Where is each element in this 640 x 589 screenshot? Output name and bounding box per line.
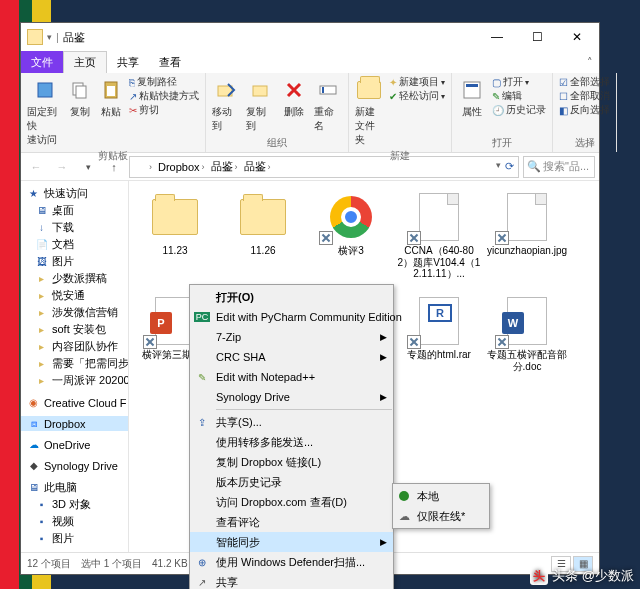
- sidebar-synology[interactable]: ◆Synology Drive: [21, 458, 128, 473]
- menu-label: 版本历史记录: [216, 475, 282, 490]
- sidebar-item[interactable]: ▸少数派撰稿: [21, 270, 128, 287]
- cut-button[interactable]: ✂剪切: [127, 103, 201, 117]
- invertsel-button[interactable]: ◧反向选择: [557, 103, 612, 117]
- crumb-dropbox[interactable]: Dropbox›: [155, 161, 208, 173]
- sidebar-item[interactable]: ▸一周派评 20200: [21, 372, 128, 389]
- newitem-button[interactable]: ✦新建项目▾: [387, 75, 447, 89]
- submenu-item[interactable]: ☁仅限在线*: [393, 506, 489, 526]
- menu-label: CRC SHA: [216, 351, 266, 363]
- sidebar-item-label: 图片: [52, 254, 74, 269]
- tab-home[interactable]: 主页: [63, 51, 107, 73]
- item-icon: 🖼: [35, 255, 48, 268]
- tab-view[interactable]: 查看: [149, 51, 191, 73]
- search-placeholder: 搜索"品...: [543, 159, 589, 174]
- menu-item[interactable]: ↗共享: [190, 572, 393, 589]
- submenu-item[interactable]: 本地: [393, 486, 489, 506]
- menu-item[interactable]: PCEdit with PyCharm Community Edition: [190, 307, 393, 327]
- sidebar-item[interactable]: ▸内容团队协作: [21, 338, 128, 355]
- nav-back-button[interactable]: ←: [25, 156, 47, 178]
- file-thumb: [323, 191, 379, 243]
- pin-quickaccess-button[interactable]: 固定到快 速访问: [25, 75, 64, 148]
- sidebar-item[interactable]: 📄文档: [21, 236, 128, 253]
- file-item[interactable]: W专题五横评配音部分.doc: [483, 291, 571, 395]
- open-button[interactable]: ▢打开▾: [490, 75, 548, 89]
- tab-share[interactable]: 共享: [107, 51, 149, 73]
- menu-item[interactable]: 访问 Dropbox.com 查看(D): [190, 492, 393, 512]
- selectnone-button[interactable]: ☐全部取消: [557, 89, 612, 103]
- nav-up-button[interactable]: ↑: [103, 156, 125, 178]
- paste-shortcut-button[interactable]: ↗粘贴快捷方式: [127, 89, 201, 103]
- file-item[interactable]: 11.26: [219, 187, 307, 291]
- ribbon-collapse-button[interactable]: ˄: [581, 51, 599, 73]
- toutiao-icon: 头: [530, 567, 548, 585]
- qat-dropdown-icon[interactable]: ▾: [47, 32, 52, 42]
- sidebar-item[interactable]: ↓下载: [21, 219, 128, 236]
- menu-item[interactable]: 复制 Dropbox 链接(L): [190, 452, 393, 472]
- sidebar-dropbox[interactable]: ⧈Dropbox: [21, 416, 128, 431]
- sidebar-item[interactable]: 🖼图片: [21, 253, 128, 270]
- properties-button[interactable]: 属性: [456, 75, 488, 120]
- menu-label: 智能同步: [216, 535, 260, 550]
- rename-button[interactable]: 重命名: [312, 75, 344, 134]
- sidebar: ★快速访问 🖥桌面↓下载📄文档🖼图片▸少数派撰稿▸悦安通▸涉发微信营销▸soft…: [21, 181, 129, 552]
- menu-item[interactable]: 版本历史记录: [190, 472, 393, 492]
- menu-item[interactable]: 查看评论: [190, 512, 393, 532]
- file-item[interactable]: yicunzhaopian.jpg: [483, 187, 571, 291]
- sidebar-item[interactable]: ▸悦安通: [21, 287, 128, 304]
- paste-button[interactable]: 粘贴: [97, 75, 126, 120]
- address-dropdown-icon[interactable]: ▾: [496, 160, 501, 173]
- crumb-level2[interactable]: 品鉴›: [241, 159, 274, 174]
- dropbox-icon: ⧈: [27, 417, 40, 430]
- ribbon-group-open: 属性 ▢打开▾ ✎编辑 🕘历史记录 打开: [452, 73, 553, 152]
- sidebar-onedrive[interactable]: ☁OneDrive: [21, 437, 128, 452]
- minimize-button[interactable]: —: [477, 23, 517, 51]
- menu-item[interactable]: Synology Drive▶: [190, 387, 393, 407]
- nav-recent-button[interactable]: ▾: [77, 156, 99, 178]
- file-item[interactable]: 11.23: [131, 187, 219, 291]
- edit-button[interactable]: ✎编辑: [490, 89, 548, 103]
- sidebar-item[interactable]: ▸soft 安装包: [21, 321, 128, 338]
- menu-item[interactable]: 7-Zip▶: [190, 327, 393, 347]
- menu-item[interactable]: 打开(O): [190, 287, 393, 307]
- delete-button[interactable]: 删除: [279, 75, 310, 120]
- file-item[interactable]: 横评3: [307, 187, 395, 291]
- sidebar-quickaccess[interactable]: ★快速访问: [21, 185, 128, 202]
- sidebar-item[interactable]: ▪图片: [21, 530, 128, 547]
- menu-item[interactable]: CRC SHA▶: [190, 347, 393, 367]
- moveto-button[interactable]: 移动到: [210, 75, 242, 134]
- copy-button[interactable]: 复制: [66, 75, 95, 120]
- menu-item[interactable]: ⊕使用 Windows Defender扫描...: [190, 552, 393, 572]
- newfolder-button[interactable]: 新建 文件夹: [353, 75, 385, 148]
- breadcrumb[interactable]: › Dropbox› 品鉴› 品鉴› ▾ ⟳: [129, 156, 519, 178]
- sidebar-item[interactable]: 🖥桌面: [21, 202, 128, 219]
- maximize-button[interactable]: ☐: [517, 23, 557, 51]
- menu-item[interactable]: 智能同步▶: [190, 532, 393, 552]
- file-item[interactable]: R专题的html.rar: [395, 291, 483, 395]
- copy-path-button[interactable]: ⎘复制路径: [127, 75, 201, 89]
- item-icon: 🖥: [35, 204, 48, 217]
- nav-forward-button[interactable]: →: [51, 156, 73, 178]
- crumb-level1[interactable]: 品鉴›: [208, 159, 241, 174]
- item-icon: ↓: [35, 221, 48, 234]
- item-icon: ▸: [35, 272, 48, 285]
- menu-item[interactable]: 使用转移多能发送...: [190, 432, 393, 452]
- sidebar-creativecloud[interactable]: ◉Creative Cloud F: [21, 395, 128, 410]
- easyaccess-button[interactable]: ✔轻松访问▾: [387, 89, 447, 103]
- sidebar-item[interactable]: ▸涉发微信营销: [21, 304, 128, 321]
- copyto-button[interactable]: 复制到: [244, 75, 276, 134]
- tab-file[interactable]: 文件: [21, 51, 63, 73]
- sidebar-item[interactable]: ▪视频: [21, 513, 128, 530]
- close-button[interactable]: ✕: [557, 23, 597, 51]
- menu-item[interactable]: ✎Edit with Notepad++: [190, 367, 393, 387]
- sidebar-thispc[interactable]: 🖥此电脑: [21, 479, 128, 496]
- file-item[interactable]: CCNA（640-802）题库V104.4（12.11.11）...: [395, 187, 483, 291]
- selectall-button[interactable]: ☑全部选择: [557, 75, 612, 89]
- menu-item[interactable]: ⇪共享(S)...: [190, 412, 393, 432]
- submenu-label: 本地: [417, 489, 439, 504]
- sidebar-item[interactable]: ▸需要「把需同步: [21, 355, 128, 372]
- search-input[interactable]: 🔍 搜索"品...: [523, 156, 595, 178]
- refresh-button[interactable]: ⟳: [505, 160, 514, 173]
- sidebar-item[interactable]: ▪3D 对象: [21, 496, 128, 513]
- history-button[interactable]: 🕘历史记录: [490, 103, 548, 117]
- item-icon: 📄: [35, 238, 48, 251]
